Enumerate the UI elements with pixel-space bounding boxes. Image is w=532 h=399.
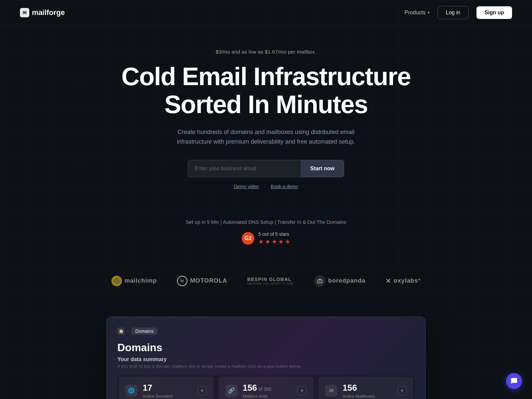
book-demo-link[interactable]: Book a demo: [271, 184, 298, 189]
hero-tagline: $3/mo and as low as $1.67/mo per mailbox…: [106, 49, 426, 55]
breadcrumb-home-icon[interactable]: 🏠: [117, 328, 125, 335]
chat-icon: [510, 377, 518, 385]
link-icon: 🔗: [225, 385, 237, 397]
data-summary-sub: If you wish to buy a domain, mailbox slo…: [117, 364, 415, 369]
start-now-button[interactable]: Start now: [301, 160, 344, 177]
star-5: ★: [285, 238, 290, 245]
bespin-text: BESPIN GLOBAL HELPING YOU ADOPT CLOUD.: [247, 277, 295, 285]
star-1: ★: [258, 238, 264, 245]
add-domain-button[interactable]: +: [198, 386, 207, 395]
motorola-icon: M: [177, 276, 188, 286]
star-rating: ★ ★ ★ ★ ★: [258, 238, 290, 245]
envelope-icon: ✉: [325, 385, 337, 397]
logo-text: mailforge: [32, 8, 65, 17]
mailboxes-count: 156: [342, 383, 392, 393]
stat-info-domains: 17 Active Domains: [143, 383, 192, 399]
hero-subtitle: Create hundreds of domains and mailboxes…: [166, 127, 366, 147]
stat-info-mailboxes: 156 Active Mailboxes: [342, 383, 392, 399]
boredpanda-icon: 🐼: [314, 275, 326, 287]
logo[interactable]: ✉ mailforge: [20, 8, 65, 17]
data-summary-title: Your data summary: [117, 356, 415, 362]
oxylabs-logo: ✕ oxylabs°: [385, 277, 421, 285]
ratings-section: G2 5 out of 5 stars ★ ★ ★ ★ ★: [0, 231, 532, 245]
hero-links: Demo video · Book a demo: [106, 184, 426, 189]
features-line: Set up in 5 Min | Automated DNS Setup | …: [0, 219, 532, 225]
add-slot-button[interactable]: +: [297, 386, 307, 395]
hero-section: $3/mo and as low as $1.67/mo per mailbox…: [100, 26, 432, 206]
breadcrumb: 🏠 › Domains: [117, 328, 415, 335]
motorola-logo: M MOTOROLA: [177, 276, 227, 286]
bespin-sub: HELPING YOU ADOPT CLOUD.: [247, 282, 295, 285]
breadcrumb-current: Domains: [131, 328, 158, 335]
stats-row: 🌐 17 Active Domains + 🔗 156 of 300 Mailb…: [117, 375, 415, 399]
mailchimp-icon: 🐵: [111, 276, 122, 286]
bespin-main: BESPIN GLOBAL: [247, 277, 295, 282]
mailboxes-label: Active Mailboxes: [342, 394, 392, 399]
globe-icon: 🌐: [125, 385, 137, 397]
partner-logos: 🐵 mailchimp M MOTOROLA BESPIN GLOBAL HEL…: [0, 265, 532, 297]
hero-title: Cold Email Infrastructure Sorted In Minu…: [106, 63, 426, 118]
add-mailbox-button[interactable]: +: [397, 386, 407, 395]
bespin-logo: BESPIN GLOBAL HELPING YOU ADOPT CLOUD.: [247, 277, 295, 285]
app-preview: 🏠 › Domains Domains Your data summary If…: [106, 317, 426, 399]
star-3: ★: [272, 238, 277, 245]
oxylabs-x-icon: ✕: [385, 277, 391, 285]
chevron-down-icon: ▾: [428, 10, 430, 15]
domains-count: 17: [143, 383, 192, 393]
slots-total: of 300: [258, 386, 271, 392]
mailchimp-text: mailchimp: [125, 277, 157, 284]
chat-widget[interactable]: [506, 373, 522, 389]
hero-title-line2: Sorted In Minutes: [164, 90, 368, 118]
motorola-text: MOTOROLA: [190, 277, 227, 284]
navbar: ✉ mailforge Products ▾ Log in Sign up: [0, 0, 532, 26]
stat-card-domains: 🌐 17 Active Domains +: [119, 377, 213, 399]
rating-text: 5 out of 5 stars ★ ★ ★ ★ ★: [258, 231, 290, 245]
products-menu[interactable]: Products ▾: [405, 10, 430, 16]
star-2: ★: [265, 238, 270, 245]
mailchimp-logo: 🐵 mailchimp: [111, 276, 157, 286]
email-input[interactable]: [188, 160, 301, 177]
boredpanda-logo: 🐼 boredpanda: [314, 275, 365, 287]
boredpanda-text: boredpanda: [328, 277, 365, 284]
demo-video-link[interactable]: Demo video: [234, 184, 259, 189]
nav-right: Products ▾ Log in Sign up: [405, 6, 512, 19]
g2-badge: G2: [242, 232, 254, 245]
logo-icon: ✉: [20, 8, 29, 17]
domains-label: Active Domains: [143, 394, 192, 399]
signup-button[interactable]: Sign up: [476, 6, 512, 19]
login-button[interactable]: Log in: [438, 6, 469, 19]
star-4: ★: [278, 238, 284, 245]
app-page-title: Domains: [117, 341, 415, 354]
products-label: Products: [405, 10, 426, 16]
slots-label: Mailbox slots: [243, 394, 292, 399]
stat-card-mailbox-slots: 🔗 156 of 300 Mailbox slots +: [219, 377, 314, 399]
stat-card-mailboxes: ✉ 156 Active Mailboxes +: [319, 377, 413, 399]
breadcrumb-arrow-icon: ›: [127, 329, 129, 333]
stat-info-slots: 156 of 300 Mailbox slots: [243, 383, 292, 399]
rating-label: 5 out of 5 stars: [258, 231, 289, 237]
email-form: Start now: [106, 160, 426, 177]
slots-count: 156 of 300: [243, 383, 292, 393]
oxylabs-text: oxylabs°: [394, 277, 421, 284]
hero-title-line1: Cold Email Infrastructure: [121, 62, 411, 90]
